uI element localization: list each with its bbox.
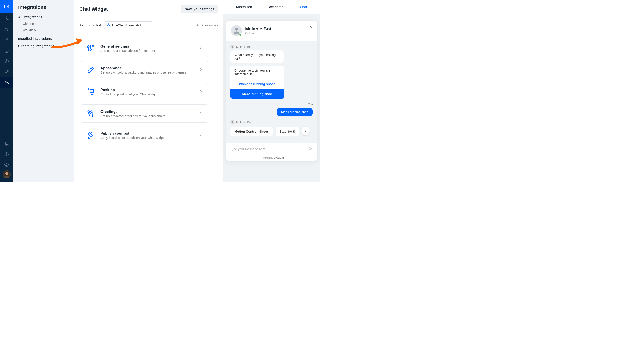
bot-icon xyxy=(107,23,110,27)
close-icon[interactable] xyxy=(308,25,313,30)
main-content: Chat Widget Save your settings Set up fo… xyxy=(74,0,223,182)
svg-point-18 xyxy=(109,25,110,26)
chat-widget: Melanie Bot Online Melanie Bot What exac… xyxy=(226,21,317,161)
svg-point-6 xyxy=(5,28,7,29)
nav-flows-icon[interactable] xyxy=(0,13,13,24)
tab-chat[interactable]: Chat xyxy=(298,0,309,14)
svg-point-10 xyxy=(5,81,6,83)
carousel-next-icon[interactable] xyxy=(301,127,310,135)
svg-point-29 xyxy=(232,46,233,47)
svg-point-1 xyxy=(6,6,6,7)
plug-icon xyxy=(86,131,95,140)
sidebar-upcoming[interactable]: Upcoming integrations xyxy=(18,44,69,48)
preview-tabs: Minimized Welcome Chat xyxy=(223,0,320,14)
sender-label: Melanie Bot xyxy=(230,45,313,49)
sidebar-installed[interactable]: Installed integrations xyxy=(18,37,69,40)
chevron-down-icon xyxy=(148,24,150,27)
chevron-right-icon xyxy=(199,89,203,94)
choice-prompt: Choose the topic you are interested in xyxy=(230,66,284,79)
sliders-icon xyxy=(86,44,95,53)
sidebar-all-integrations[interactable]: All Integrations xyxy=(18,15,69,19)
svg-point-8 xyxy=(5,49,8,50)
nav-analytics-icon[interactable] xyxy=(0,67,13,77)
chevron-right-icon xyxy=(199,46,203,51)
svg-point-2 xyxy=(7,6,8,7)
svg-point-17 xyxy=(107,25,108,26)
choice-womens[interactable]: Womens running shoes xyxy=(230,79,284,89)
eye-icon xyxy=(196,23,200,28)
nav-data-icon[interactable] xyxy=(0,45,13,56)
card-desc: Control the position of your Chat Widget xyxy=(100,92,193,96)
card-title: General settings xyxy=(100,44,193,48)
preview-panel: Minimized Welcome Chat Melanie Bot Onlin… xyxy=(223,0,320,182)
card-title: Appearance xyxy=(100,66,193,70)
nav-history-icon[interactable] xyxy=(0,56,13,67)
carousel-chip[interactable]: Motion Controll Shoes xyxy=(230,127,273,136)
chevron-right-icon xyxy=(199,68,203,72)
nav-help-icon[interactable] xyxy=(0,149,13,160)
card-desc: Set up proactive greetings for your cust… xyxy=(100,114,193,118)
choice-mens[interactable]: Mens running shoe xyxy=(230,89,284,99)
position-icon xyxy=(86,87,95,96)
card-publish[interactable]: Publish your bot Copy install code to pu… xyxy=(81,126,208,144)
sidebar-title: Integrations xyxy=(18,4,69,10)
card-desc: Add name and description for your bot xyxy=(100,49,193,52)
preview-live-link[interactable]: Preview live xyxy=(196,23,218,28)
sender-label-user: You xyxy=(230,102,313,106)
svg-point-16 xyxy=(108,24,109,24)
sidebar: Integrations All Integrations Channels W… xyxy=(13,0,74,182)
card-greetings[interactable]: Greetings Set up proactive greetings for… xyxy=(81,104,208,123)
message-input[interactable] xyxy=(230,147,308,151)
bot-name: LiveChat Essentials t… xyxy=(112,24,146,27)
page-title: Chat Widget xyxy=(79,6,108,12)
svg-point-7 xyxy=(7,28,8,29)
svg-rect-0 xyxy=(4,5,9,8)
nav-training-icon[interactable] xyxy=(0,35,13,45)
svg-point-24 xyxy=(90,49,92,50)
choice-card: Choose the topic you are interested in W… xyxy=(230,66,284,99)
sidebar-workflow[interactable]: Workflow xyxy=(18,27,69,33)
svg-point-13 xyxy=(6,155,7,156)
message-input-row xyxy=(226,143,317,155)
svg-rect-27 xyxy=(90,90,93,93)
bot-selector[interactable]: LiveChat Essentials t… xyxy=(104,21,153,29)
wave-icon xyxy=(86,109,95,118)
nav-academy-icon[interactable] xyxy=(0,160,13,170)
tab-minimized[interactable]: Minimized xyxy=(234,0,254,14)
chevron-right-icon xyxy=(199,111,203,116)
bot-avatar xyxy=(231,25,242,36)
card-position[interactable]: Position Control the position of your Ch… xyxy=(81,83,208,101)
pencil-icon xyxy=(86,66,95,74)
user-message: Mens running shoe xyxy=(277,108,313,116)
bot-message: What exactly are you looking for? xyxy=(230,50,284,63)
nav-integrations-icon[interactable] xyxy=(0,77,13,88)
svg-point-3 xyxy=(6,17,7,18)
card-title: Publish your bot xyxy=(100,131,193,136)
sender-label: Melanie Bot xyxy=(230,120,313,124)
svg-point-28 xyxy=(235,28,238,31)
card-general-settings[interactable]: General settings Add name and descriptio… xyxy=(81,39,208,57)
card-appearance[interactable]: Appearance Set up own colors, background… xyxy=(81,61,208,79)
svg-point-19 xyxy=(197,24,198,26)
nav-users-icon[interactable] xyxy=(0,24,13,35)
online-indicator xyxy=(239,33,242,36)
svg-point-23 xyxy=(88,46,89,48)
svg-line-26 xyxy=(91,68,93,70)
powered-by: Powered by ChatBot xyxy=(226,155,317,161)
nav-notifications-icon[interactable] xyxy=(0,138,13,149)
nav-rail xyxy=(0,0,13,182)
sidebar-channels[interactable]: Channels xyxy=(18,21,69,27)
tab-welcome[interactable]: Welcome xyxy=(266,0,286,14)
svg-point-25 xyxy=(92,45,94,47)
carousel-chip[interactable]: Stability S xyxy=(276,127,299,136)
app-logo[interactable] xyxy=(0,0,13,13)
svg-point-11 xyxy=(7,82,8,84)
send-icon[interactable] xyxy=(308,146,313,152)
widget-bot-name: Melanie Bot xyxy=(245,26,271,32)
svg-point-15 xyxy=(5,172,8,175)
user-avatar[interactable] xyxy=(3,170,11,178)
card-title: Position xyxy=(100,88,193,92)
card-desc: Set up own colors, background images or … xyxy=(100,71,193,74)
setup-label: Set up for bot xyxy=(79,23,101,27)
save-button[interactable]: Save your settings xyxy=(181,5,218,13)
